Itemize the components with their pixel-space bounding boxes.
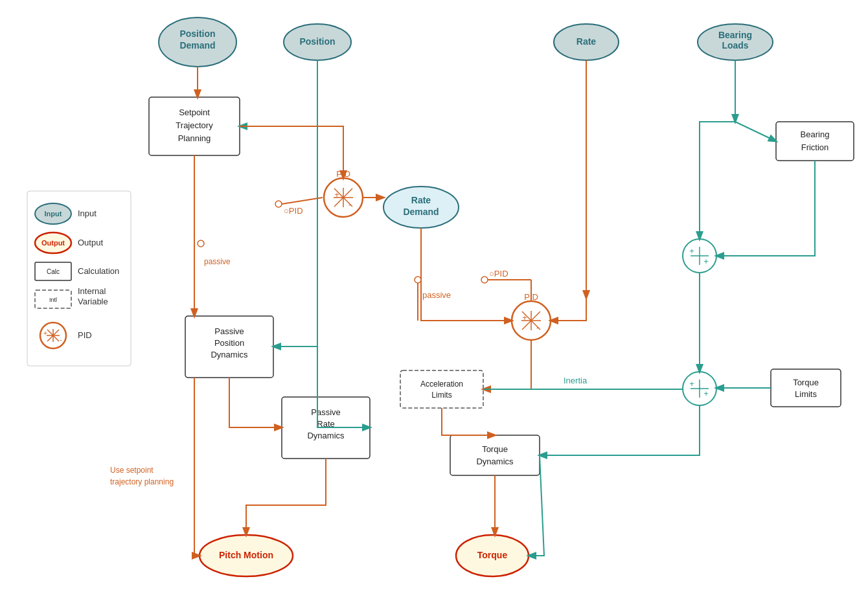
conn-accel-torquedyn bbox=[442, 408, 495, 435]
use-setpoint-label-2: trajectory planning bbox=[110, 477, 174, 486]
rate-demand-label-2: Demand bbox=[403, 207, 439, 217]
legend-input-text: Input bbox=[78, 209, 97, 218]
setpoint-label-1: Setpoint bbox=[179, 108, 210, 117]
legend-calc-text: Calculation bbox=[78, 266, 119, 276]
passive-circle3 bbox=[481, 277, 488, 283]
conn-bf-sum1 bbox=[716, 161, 815, 256]
torque-label: Torque bbox=[477, 550, 508, 560]
bearing-friction-calc bbox=[776, 122, 854, 161]
acceleration-limits-calc bbox=[400, 370, 483, 408]
conn-bl-bf2 bbox=[735, 122, 776, 141]
passive-label-pid: ○PID bbox=[489, 269, 508, 278]
accel-label-1: Acceleration bbox=[420, 380, 463, 389]
passive-label-1: ○PID bbox=[284, 206, 303, 216]
rate-label: Rate bbox=[577, 36, 597, 47]
legend-input-label: Input bbox=[45, 210, 62, 218]
svg-text:+: + bbox=[689, 246, 694, 256]
accel-label-2: Limits bbox=[431, 391, 451, 400]
passive-pos-label-3: Dynamics bbox=[211, 350, 248, 359]
torque-dyn-label-1: Torque bbox=[482, 444, 508, 454]
conn-setpoint-pid1 bbox=[240, 126, 343, 178]
conn-passive1 bbox=[282, 198, 323, 204]
conn-passivepos-passiverate bbox=[229, 378, 282, 427]
svg-text:+: + bbox=[703, 256, 709, 266]
svg-text:-: - bbox=[536, 323, 539, 332]
position-demand-label-1: Position bbox=[179, 28, 215, 39]
passive-pos-label-1: Passive bbox=[214, 326, 244, 336]
pitch-motion-label: Pitch Motion bbox=[219, 550, 273, 560]
inertia-label: Inertia bbox=[564, 376, 588, 385]
use-setpoint-label-1: Use setpoint bbox=[110, 466, 154, 475]
passive-text-left: passive bbox=[204, 257, 231, 266]
legend-output-text: Output bbox=[78, 238, 103, 247]
torque-limits-calc bbox=[771, 369, 841, 407]
diagram: Input Input Output Output Calc Calculati… bbox=[0, 0, 868, 590]
conn-setpoint-pitch-direct bbox=[194, 378, 200, 556]
conn-passiverate-pitch bbox=[246, 459, 326, 535]
conn-bl-sum1 bbox=[700, 122, 735, 239]
torque-limits-label-2: Limits bbox=[795, 389, 817, 399]
legend-internal-text1: Internal bbox=[78, 286, 106, 296]
passive-rate-label-1: Passive bbox=[311, 407, 341, 417]
bearing-friction-label-1: Bearing bbox=[801, 130, 830, 139]
passive-pos-label-2: Position bbox=[214, 338, 244, 348]
legend-internal-text2: Variable bbox=[78, 297, 108, 306]
passive-label-2: passive bbox=[422, 290, 451, 300]
setpoint-label-3: Planning bbox=[178, 133, 211, 143]
torque-dynamics-calc bbox=[450, 435, 540, 475]
conn-pos-setpoint bbox=[240, 60, 317, 126]
svg-text:+: + bbox=[334, 190, 339, 199]
position-label: Position bbox=[299, 36, 335, 47]
svg-text:+: + bbox=[689, 379, 694, 389]
torque-limits-label-1: Torque bbox=[793, 378, 819, 387]
passive-circle2 bbox=[415, 277, 421, 283]
conn-rate-pid2 bbox=[551, 298, 586, 321]
setpoint-label-2: Trajectory bbox=[176, 120, 213, 130]
bearing-loads-label-1: Bearing bbox=[718, 30, 752, 40]
legend-internal-label: Intl bbox=[49, 297, 57, 303]
torque-dyn-label-2: Dynamics bbox=[476, 457, 514, 466]
legend-output-label: Output bbox=[41, 239, 65, 247]
svg-text:+: + bbox=[43, 329, 47, 337]
legend-pid-text: PID bbox=[78, 330, 92, 340]
passive-circle1 bbox=[275, 201, 282, 207]
rate-demand-label-1: Rate bbox=[411, 195, 431, 205]
position-demand-label-2: Demand bbox=[179, 40, 215, 51]
conn-pid2-accel bbox=[483, 340, 531, 389]
svg-text:-: - bbox=[348, 200, 351, 209]
legend-calc-label: Calc bbox=[47, 268, 60, 275]
svg-text:-: - bbox=[60, 335, 62, 343]
passive-rate-label-3: Dynamics bbox=[307, 431, 345, 440]
conn-pos-passivepos bbox=[273, 126, 317, 346]
svg-text:+: + bbox=[522, 313, 527, 323]
conn-sum2-torquedyn bbox=[540, 405, 700, 455]
bearing-friction-label-2: Friction bbox=[801, 142, 829, 152]
bearing-loads-label-2: Loads bbox=[722, 40, 748, 51]
passive-circle-left bbox=[198, 240, 204, 247]
svg-text:+: + bbox=[703, 389, 709, 398]
